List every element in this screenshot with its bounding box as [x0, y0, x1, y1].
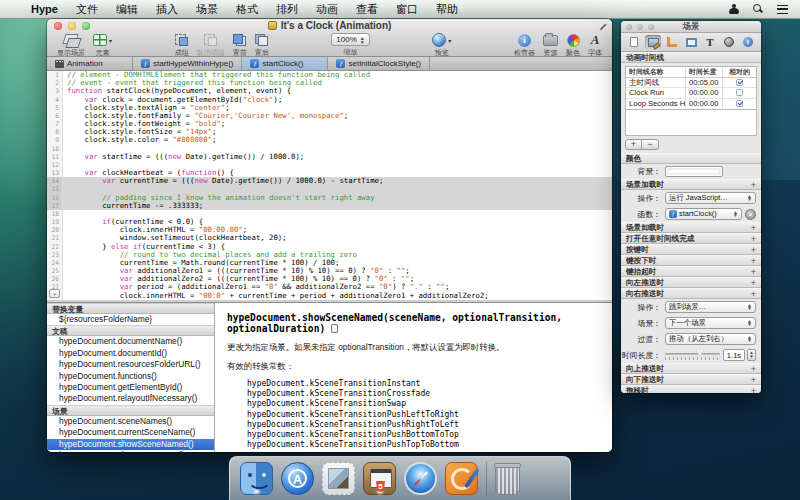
api-list-item[interactable]: ${resourcesFolderName}: [47, 314, 214, 325]
timeline-row[interactable]: Loop Seconds Hand00:00.00: [626, 99, 756, 110]
action-popup[interactable]: 跳到场景…▲▼: [665, 301, 756, 313]
api-list-item[interactable]: hypeDocument.getElementById(): [47, 382, 214, 393]
api-list-item[interactable]: hypeDocument.showNextScene(): [47, 450, 214, 452]
api-list-item[interactable]: hypeDocument.currentSceneName(): [47, 427, 214, 438]
timeline-row[interactable]: Clock Run00:00.00: [626, 88, 756, 99]
event-section-top[interactable]: 打开任意时间线完成+: [621, 233, 761, 244]
add-action-icon[interactable]: +: [751, 386, 756, 394]
duration-stepper-icon[interactable]: ▲▼: [747, 349, 756, 361]
code-editor[interactable]: 1// element - DOMHTMLElement that trigge…: [47, 71, 612, 300]
inspector-button[interactable]: i 检查器: [514, 33, 535, 58]
duration-slider[interactable]: [665, 349, 720, 361]
zoom-control[interactable]: 100%▲▼ 缩放: [331, 33, 369, 57]
add-action-icon[interactable]: +: [751, 223, 756, 233]
menu-item-8[interactable]: 查看: [347, 3, 387, 15]
send-backward-button[interactable]: 置后: [255, 33, 269, 58]
scene-popup[interactable]: 下一个场景▲▼: [665, 317, 756, 329]
add-action-icon[interactable]: +: [751, 180, 756, 190]
notification-center-icon[interactable]: [777, 5, 788, 14]
relative-checkbox[interactable]: [736, 79, 743, 86]
doc-page-icon[interactable]: [331, 324, 338, 333]
user-icon[interactable]: [729, 4, 739, 14]
code-line[interactable]: 9 clock.style.color = "#808080";: [47, 136, 612, 144]
tab-element[interactable]: [683, 35, 699, 49]
resources-button[interactable]: 资源: [543, 33, 558, 58]
background-color-well[interactable]: [665, 166, 723, 177]
add-action-icon[interactable]: +: [751, 234, 756, 244]
duration-value[interactable]: 1.1s: [723, 349, 745, 361]
api-list-item[interactable]: hypeDocument.resourcesFolderURL(): [47, 359, 214, 370]
elements-button[interactable]: ▾ 元素: [93, 33, 112, 58]
preview-button[interactable]: ▾ 预览: [432, 33, 451, 58]
menu-item-4[interactable]: 场景: [187, 3, 227, 15]
inspector-title-bar[interactable]: 场景: [621, 21, 761, 33]
tab-text[interactable]: T: [702, 35, 718, 49]
add-action-icon[interactable]: +: [751, 375, 756, 385]
relative-checkbox[interactable]: [736, 100, 743, 107]
scenes-button[interactable]: 显示场景: [57, 33, 85, 58]
menu-item-9[interactable]: 窗口: [387, 3, 427, 15]
group-button[interactable]: 成组: [175, 33, 189, 58]
api-list-item[interactable]: hypeDocument.functions(): [47, 371, 214, 382]
add-timeline-button[interactable]: +: [625, 139, 642, 150]
code-line[interactable]: 11 var startTime = (((new Date).getTime(…: [47, 153, 612, 161]
api-list-item[interactable]: hypeDocument.documentName(): [47, 336, 214, 347]
timeline-row[interactable]: 主时间线00:05.00: [626, 78, 756, 89]
gear-icon[interactable]: [745, 209, 756, 220]
code-line[interactable]: 28 clock.innerHTML = "00:0" + currentTim…: [47, 292, 612, 300]
tab-document[interactable]: [626, 35, 642, 49]
api-list-item[interactable]: hypeDocument.sceneNames(): [47, 416, 214, 427]
dock-icon-safari[interactable]: [404, 462, 437, 495]
title-bar[interactable]: It's a Clock (Animation): [47, 19, 612, 32]
spotlight-icon[interactable]: [753, 4, 763, 14]
add-action-icon[interactable]: +: [751, 289, 756, 299]
tab-mobile[interactable]: [721, 35, 737, 49]
dock-icon-trash[interactable]: [495, 464, 520, 495]
add-action-icon[interactable]: +: [751, 245, 756, 255]
menu-item-2[interactable]: 编辑: [107, 3, 147, 15]
menu-item-7[interactable]: 动画: [307, 3, 347, 15]
ungroup-button[interactable]: 取消成组: [197, 33, 225, 58]
document-proxy-icon[interactable]: [268, 21, 277, 30]
add-action-icon[interactable]: +: [751, 364, 756, 374]
fullscreen-icon[interactable]: [598, 22, 607, 31]
editor-tab[interactable]: fstartClock(): [242, 57, 328, 70]
menu-item-10[interactable]: 帮助: [427, 3, 467, 15]
menu-item-5[interactable]: 格式: [227, 3, 267, 15]
event-section-bottom[interactable]: 向上推送时+: [621, 363, 761, 374]
event-section-top[interactable]: 键抬起时+: [621, 266, 761, 277]
editor-tab[interactable]: fstartHypeWithinHype(): [133, 57, 242, 70]
editor-tab[interactable]: Animation: [47, 57, 133, 70]
menu-item-app[interactable]: Hype: [22, 3, 67, 15]
api-list-item[interactable]: hypeDocument.relayoutIfNecessary(): [47, 393, 214, 404]
action-popup[interactable]: 运行 JavaScript…▲▼: [665, 192, 756, 204]
code-line[interactable]: 17 currentTime -= .333333;: [47, 202, 612, 210]
transition-popup[interactable]: 推动（从左到右）▲▼: [665, 333, 756, 345]
menu-item-1[interactable]: 文件: [67, 3, 107, 15]
event-section-top[interactable]: 向左推送时+: [621, 277, 761, 288]
function-popup[interactable]: fstartClock()▲▼: [665, 208, 742, 220]
dock-icon-mail[interactable]: [322, 462, 355, 495]
add-action-icon[interactable]: +: [751, 267, 756, 277]
timelines-table-empty[interactable]: [625, 110, 757, 136]
dock-icon-appstore[interactable]: [281, 462, 314, 495]
editor-tab[interactable]: fsetInitialClockStyle(): [328, 57, 429, 70]
dock-icon-pages[interactable]: [445, 462, 478, 495]
tab-scene[interactable]: [645, 35, 661, 49]
colors-button[interactable]: 颜色: [566, 33, 580, 58]
event-section-bottom[interactable]: 向下推送时+: [621, 374, 761, 385]
bring-forward-button[interactable]: 置前: [233, 33, 247, 58]
section-on-scene-load[interactable]: 场景加载时+: [621, 179, 761, 190]
slider-thumb[interactable]: [696, 350, 704, 357]
remove-timeline-button[interactable]: −: [642, 139, 659, 150]
api-list-item[interactable]: hypeDocument.showSceneNamed(): [47, 439, 214, 450]
section-on-swipe-right[interactable]: 向右推送时+: [621, 288, 761, 299]
api-list-item[interactable]: hypeDocument.documentId(): [47, 348, 214, 359]
fonts-button[interactable]: A 字体: [588, 33, 602, 58]
dock-icon-finder[interactable]: [240, 462, 273, 495]
zoom-stepper-icon[interactable]: ▲▼: [360, 36, 365, 44]
add-action-icon[interactable]: +: [751, 278, 756, 288]
menu-item-3[interactable]: 插入: [147, 3, 187, 15]
gutter-widget-icon[interactable]: ▾: [49, 289, 60, 298]
tab-metrics[interactable]: [664, 35, 680, 49]
